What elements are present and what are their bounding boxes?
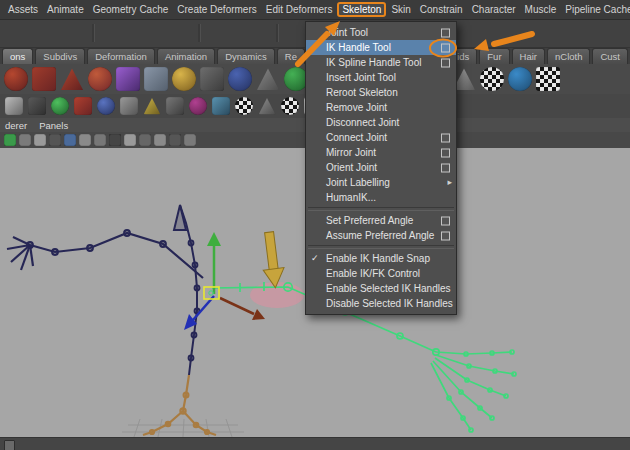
shelf-tab-animation[interactable]: Animation bbox=[157, 48, 215, 64]
shelf-tab-re[interactable]: Re bbox=[277, 48, 305, 64]
menubar-item-assets[interactable]: Assets bbox=[4, 3, 42, 16]
shelf-tab-subdivs[interactable]: Subdivs bbox=[35, 48, 85, 64]
panel-menu-panels[interactable]: Panels bbox=[39, 120, 68, 131]
viewport-tool-icon[interactable] bbox=[184, 134, 196, 146]
viewport-tool-icon[interactable] bbox=[139, 134, 151, 146]
viewport-tool-icon[interactable] bbox=[34, 134, 46, 146]
shelf-tab-ons[interactable]: ons bbox=[2, 48, 33, 64]
menu-item-assume-preferred-angle[interactable]: Assume Preferred Angle bbox=[306, 228, 456, 243]
sphere-icon[interactable] bbox=[97, 97, 115, 115]
viewport-tool-icon[interactable] bbox=[19, 134, 31, 146]
menu-item-joint-labelling[interactable]: Joint Labelling▸ bbox=[306, 175, 456, 190]
viewport-tool-icon[interactable] bbox=[169, 134, 181, 146]
menubar-item-skin[interactable]: Skin bbox=[387, 3, 414, 16]
menubar-item-muscle[interactable]: Muscle bbox=[521, 3, 561, 16]
menu-item-label: HumanIK... bbox=[326, 192, 376, 203]
viewport-tool-icon[interactable] bbox=[64, 134, 76, 146]
sphere-icon[interactable] bbox=[4, 67, 28, 91]
skeleton-legs[interactable] bbox=[143, 375, 216, 435]
panel-menu-derer[interactable]: derer bbox=[5, 120, 27, 131]
menu-item-orient-joint[interactable]: Orient Joint bbox=[306, 160, 456, 175]
skeleton-menu-dropdown: Joint ToolIK Handle ToolIK Spline Handle… bbox=[305, 21, 457, 315]
cone-icon[interactable] bbox=[60, 67, 84, 91]
option-box-icon[interactable] bbox=[441, 163, 450, 172]
cube-icon[interactable] bbox=[166, 97, 184, 115]
menubar-item-skeleton[interactable]: Skeleton bbox=[337, 2, 386, 17]
cone-icon[interactable] bbox=[143, 97, 161, 115]
menu-item-enable-ik-handle-snap[interactable]: ✓Enable IK Handle Snap bbox=[306, 251, 456, 266]
viewport-tool-icon[interactable] bbox=[79, 134, 91, 146]
viewport-tool-icon[interactable] bbox=[94, 134, 106, 146]
viewport-tool-icon[interactable] bbox=[4, 134, 16, 146]
status-separator bbox=[198, 24, 201, 42]
shelf-tab-fur[interactable]: Fur bbox=[479, 48, 509, 64]
menu-item-remove-joint[interactable]: Remove Joint bbox=[306, 100, 456, 115]
cube-icon[interactable] bbox=[74, 97, 92, 115]
cube-icon[interactable] bbox=[32, 67, 56, 91]
menubar-item-geometry-cache[interactable]: Geometry Cache bbox=[89, 3, 173, 16]
cube-icon[interactable] bbox=[5, 97, 23, 115]
menu-item-connect-joint[interactable]: Connect Joint bbox=[306, 130, 456, 145]
option-box-icon[interactable] bbox=[441, 216, 450, 225]
cube-icon[interactable] bbox=[116, 67, 140, 91]
cone-icon[interactable] bbox=[258, 97, 276, 115]
shelf-tab-dynamics[interactable]: Dynamics bbox=[217, 48, 275, 64]
shelf-tab-cust[interactable]: Cust bbox=[592, 48, 628, 64]
grid-toggle-icon[interactable] bbox=[4, 440, 15, 450]
cube-icon[interactable] bbox=[536, 67, 560, 91]
shelf-tab-deformation[interactable]: Deformation bbox=[87, 48, 155, 64]
menubar-item-constrain[interactable]: Constrain bbox=[416, 3, 467, 16]
sphere-icon[interactable] bbox=[281, 97, 299, 115]
sphere-icon[interactable] bbox=[508, 67, 532, 91]
menu-item-enable-ik-fk-control[interactable]: Enable IK/FK Control bbox=[306, 266, 456, 281]
menubar-item-animate[interactable]: Animate bbox=[43, 3, 88, 16]
skeleton-spine[interactable] bbox=[174, 205, 199, 375]
sphere-icon[interactable] bbox=[228, 67, 252, 91]
cube-icon[interactable] bbox=[212, 97, 230, 115]
sphere-icon[interactable] bbox=[51, 97, 69, 115]
menubar: AssetsAnimateGeometry CacheCreate Deform… bbox=[0, 0, 630, 20]
menu-item-label: Joint Labelling bbox=[326, 177, 390, 188]
cube-icon[interactable] bbox=[28, 97, 46, 115]
menu-item-label: Orient Joint bbox=[326, 162, 377, 173]
menu-item-disable-selected-ik-handles[interactable]: Disable Selected IK Handles bbox=[306, 296, 456, 311]
sphere-icon[interactable] bbox=[88, 67, 112, 91]
sphere-icon[interactable] bbox=[172, 67, 196, 91]
manip-y-arrow[interactable] bbox=[207, 232, 221, 246]
option-box-icon[interactable] bbox=[441, 28, 450, 37]
option-box-icon[interactable] bbox=[441, 58, 450, 67]
menu-item-reroot-skeleton[interactable]: Reroot Skeleton bbox=[306, 85, 456, 100]
menu-item-ik-handle-tool[interactable]: IK Handle Tool bbox=[306, 40, 456, 55]
menubar-item-edit-deformers[interactable]: Edit Deformers bbox=[262, 3, 337, 16]
option-box-icon[interactable] bbox=[441, 231, 450, 240]
cube-icon[interactable] bbox=[120, 97, 138, 115]
down-arrow-annotation bbox=[259, 231, 287, 289]
skeleton-left-arm[interactable] bbox=[7, 230, 203, 278]
sphere-icon[interactable] bbox=[235, 97, 253, 115]
menu-item-enable-selected-ik-handles[interactable]: Enable Selected IK Handles bbox=[306, 281, 456, 296]
cube-icon[interactable] bbox=[200, 67, 224, 91]
sphere-icon[interactable] bbox=[189, 97, 207, 115]
manip-x-arrow[interactable] bbox=[252, 309, 265, 320]
menu-item-disconnect-joint[interactable]: Disconnect Joint bbox=[306, 115, 456, 130]
viewport-tool-icon[interactable] bbox=[49, 134, 61, 146]
shelf-tab-hair[interactable]: Hair bbox=[512, 48, 545, 64]
option-box-icon[interactable] bbox=[441, 148, 450, 157]
menu-item-ik-spline-handle-tool[interactable]: IK Spline Handle Tool bbox=[306, 55, 456, 70]
menu-item-set-preferred-angle[interactable]: Set Preferred Angle bbox=[306, 213, 456, 228]
menubar-item-pipeline-cache[interactable]: Pipeline Cache bbox=[561, 3, 630, 16]
cube-icon[interactable] bbox=[144, 67, 168, 91]
menu-item-insert-joint-tool[interactable]: Insert Joint Tool bbox=[306, 70, 456, 85]
shelf-tab-ncloth[interactable]: nCloth bbox=[547, 48, 590, 64]
menu-item-joint-tool[interactable]: Joint Tool bbox=[306, 25, 456, 40]
menu-item-mirror-joint[interactable]: Mirror Joint bbox=[306, 145, 456, 160]
sphere-icon[interactable] bbox=[480, 67, 504, 91]
viewport-tool-icon[interactable] bbox=[124, 134, 136, 146]
option-box-icon[interactable] bbox=[441, 133, 450, 142]
viewport-tool-icon[interactable] bbox=[154, 134, 166, 146]
cone-icon[interactable] bbox=[256, 67, 280, 91]
menubar-item-create-deformers[interactable]: Create Deformers bbox=[173, 3, 260, 16]
menubar-item-character[interactable]: Character bbox=[468, 3, 520, 16]
menu-item-humanik[interactable]: HumanIK... bbox=[306, 190, 456, 205]
viewport-tool-icon[interactable] bbox=[109, 134, 121, 146]
